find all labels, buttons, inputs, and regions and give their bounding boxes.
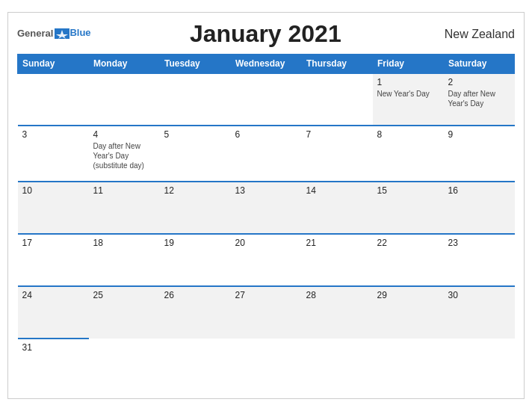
logo-blue-text: Blue <box>69 28 90 38</box>
day-number: 21 <box>306 238 368 248</box>
calendar-day-cell: 8 <box>373 126 444 182</box>
calendar-day-cell: 3 <box>18 126 89 182</box>
day-headers-row: Sunday Monday Tuesday Wednesday Thursday… <box>18 55 515 74</box>
day-number: 16 <box>448 185 510 196</box>
calendar-day-cell <box>89 73 160 126</box>
calendar-day-cell: 23 <box>444 234 515 286</box>
calendar-day-cell <box>160 339 231 391</box>
calendar-day-cell <box>302 73 373 126</box>
day-number: 7 <box>306 129 368 140</box>
day-number: 20 <box>235 238 297 248</box>
calendar-day-cell: 13 <box>231 182 302 234</box>
day-number: 1 <box>377 77 439 87</box>
day-number: 5 <box>164 129 226 140</box>
calendar-day-cell: 30 <box>444 286 515 339</box>
day-number: 30 <box>448 290 510 300</box>
calendar-table: Sunday Monday Tuesday Wednesday Thursday… <box>17 54 515 391</box>
day-number: 18 <box>93 238 155 248</box>
day-number: 8 <box>377 129 439 140</box>
calendar-week-5: 24252627282930 <box>18 286 515 339</box>
calendar-day-cell: 22 <box>373 234 444 286</box>
day-number: 31 <box>22 342 84 353</box>
calendar-day-cell: 6 <box>231 126 302 182</box>
day-number: 3 <box>22 129 84 140</box>
header-thursday: Thursday <box>302 55 373 74</box>
calendar-day-cell: 19 <box>160 234 231 286</box>
calendar-day-cell: 16 <box>444 182 515 234</box>
day-number: 28 <box>306 290 368 300</box>
calendar-day-cell <box>160 73 231 126</box>
calendar-container: General Blue January 2021 New Zealand Su… <box>7 12 525 399</box>
logo-flag-icon <box>55 28 69 39</box>
calendar-day-cell: 29 <box>373 286 444 339</box>
calendar-day-cell: 1New Year's Day <box>373 73 444 126</box>
calendar-day-cell: 15 <box>373 182 444 234</box>
calendar-day-cell: 14 <box>302 182 373 234</box>
calendar-day-cell <box>18 73 89 126</box>
calendar-day-cell: 9 <box>444 126 515 182</box>
calendar-week-3: 10111213141516 <box>18 182 515 234</box>
day-number: 9 <box>448 129 510 140</box>
day-number: 17 <box>22 238 84 248</box>
day-number: 23 <box>448 238 510 248</box>
calendar-day-cell: 5 <box>160 126 231 182</box>
calendar-title: January 2021 <box>91 20 440 48</box>
calendar-day-cell: 18 <box>89 234 160 286</box>
day-number: 12 <box>164 185 226 196</box>
calendar-day-cell: 26 <box>160 286 231 339</box>
calendar-header: General Blue January 2021 New Zealand <box>17 20 515 48</box>
calendar-day-cell <box>231 339 302 391</box>
logo: General Blue <box>17 28 91 39</box>
calendar-day-cell <box>373 339 444 391</box>
header-tuesday: Tuesday <box>160 55 231 74</box>
day-number: 14 <box>306 185 368 196</box>
calendar-day-cell <box>302 339 373 391</box>
logo-general-text: General <box>17 28 53 39</box>
day-event-text: Day after New Year's Day <box>448 89 510 108</box>
calendar-day-cell: 27 <box>231 286 302 339</box>
calendar-day-cell: 20 <box>231 234 302 286</box>
header-sunday: Sunday <box>18 55 89 74</box>
day-number: 11 <box>93 185 155 196</box>
calendar-day-cell: 25 <box>89 286 160 339</box>
calendar-day-cell: 31 <box>18 339 89 391</box>
calendar-day-cell: 10 <box>18 182 89 234</box>
day-number: 15 <box>377 185 439 196</box>
day-number: 4 <box>93 129 155 140</box>
day-number: 22 <box>377 238 439 248</box>
calendar-day-cell: 7 <box>302 126 373 182</box>
header-saturday: Saturday <box>444 55 515 74</box>
calendar-day-cell <box>89 339 160 391</box>
day-number: 26 <box>164 290 226 300</box>
day-number: 2 <box>448 77 510 87</box>
calendar-day-cell: 4Day after New Year's Day (substitute da… <box>89 126 160 182</box>
day-number: 29 <box>377 290 439 300</box>
day-number: 27 <box>235 290 297 300</box>
header-friday: Friday <box>373 55 444 74</box>
day-number: 10 <box>22 185 84 196</box>
day-number: 25 <box>93 290 155 300</box>
day-event-text: New Year's Day <box>377 89 439 99</box>
day-event-text: Day after New Year's Day (substitute day… <box>93 141 155 170</box>
calendar-day-cell <box>444 339 515 391</box>
header-monday: Monday <box>89 55 160 74</box>
calendar-day-cell: 11 <box>89 182 160 234</box>
calendar-day-cell: 2Day after New Year's Day <box>444 73 515 126</box>
calendar-day-cell <box>231 73 302 126</box>
calendar-week-1: 1New Year's Day2Day after New Year's Day <box>18 73 515 126</box>
day-number: 19 <box>164 238 226 248</box>
calendar-day-cell: 17 <box>18 234 89 286</box>
calendar-country: New Zealand <box>440 28 515 41</box>
calendar-day-cell: 21 <box>302 234 373 286</box>
calendar-week-4: 17181920212223 <box>18 234 515 286</box>
day-number: 24 <box>22 290 84 300</box>
header-wednesday: Wednesday <box>231 55 302 74</box>
calendar-day-cell: 28 <box>302 286 373 339</box>
calendar-day-cell: 24 <box>18 286 89 339</box>
calendar-week-2: 34Day after New Year's Day (substitute d… <box>18 126 515 182</box>
day-number: 6 <box>235 129 297 140</box>
day-number: 13 <box>235 185 297 196</box>
calendar-week-6: 31 <box>18 339 515 391</box>
calendar-day-cell: 12 <box>160 182 231 234</box>
